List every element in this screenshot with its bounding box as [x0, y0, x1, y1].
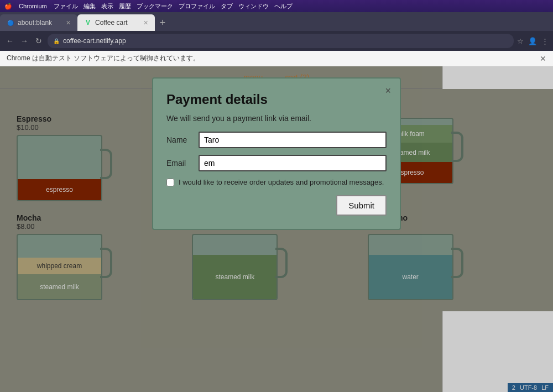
lock-icon: 🔒: [53, 38, 60, 44]
app-name: Chromium: [19, 3, 47, 9]
name-row: Name: [166, 132, 387, 148]
email-label: Email: [166, 159, 194, 168]
bookmark-icon[interactable]: ☆: [517, 37, 524, 45]
blank-favicon: 🔵: [7, 19, 14, 27]
name-input[interactable]: [199, 132, 387, 148]
submit-button[interactable]: Submit: [336, 195, 387, 216]
name-label: Name: [166, 135, 194, 144]
new-tab-button[interactable]: +: [155, 14, 170, 31]
email-row: Email: [166, 155, 387, 171]
notification-close[interactable]: ✕: [540, 54, 546, 63]
notification-text: Chrome は自動テスト ソフトウェアによって制御されています。: [7, 54, 200, 63]
modal-subtitle: We will send you a payment link via emai…: [166, 114, 387, 123]
menu-icon[interactable]: ⋮: [541, 37, 549, 45]
tab-coffee-cart[interactable]: V Coffee cart ✕: [77, 14, 155, 31]
app-content: menu cart (3) It's your lucky day! Get a…: [0, 66, 553, 392]
url-field[interactable]: 🔒 coffee-cart.netlify.app: [48, 34, 514, 48]
payment-modal: Payment details × We will send you a pay…: [152, 77, 401, 230]
coffee-favicon: V: [84, 19, 92, 27]
address-bar-icons: ☆ 👤 ⋮: [517, 37, 549, 45]
notification-bar: Chrome は自動テスト ソフトウェアによって制御されています。 ✕: [0, 51, 553, 66]
browser-chrome: 🔵 about:blank ✕ V Coffee cart ✕ + ← → ↻ …: [0, 12, 553, 51]
tab-about-blank[interactable]: 🔵 about:blank ✕: [0, 14, 77, 31]
checkbox-label: I would like to receive order updates an…: [179, 178, 384, 186]
checkbox-row: I would like to receive order updates an…: [166, 178, 387, 186]
profile-icon[interactable]: 👤: [528, 37, 537, 45]
url-text: coffee-cart.netlify.app: [63, 37, 126, 45]
email-input[interactable]: [199, 155, 387, 171]
tab-coffee-label: Coffee cart: [95, 19, 127, 27]
forward-button[interactable]: →: [19, 36, 30, 45]
os-bar: 🍎 Chromium ファイル 編集 表示 履歴 ブックマーク プロファイル タ…: [0, 0, 553, 12]
promo-checkbox[interactable]: [166, 179, 174, 186]
modal-close-button[interactable]: ×: [385, 85, 391, 97]
modal-title: Payment details: [166, 92, 387, 107]
tab-about-blank-label: about:blank: [18, 19, 52, 27]
tab-bar: 🔵 about:blank ✕ V Coffee cart ✕ +: [0, 12, 553, 31]
os-menu: ファイル 編集 表示 履歴 ブックマーク プロファイル タブ ウィンドウ ヘルプ: [54, 2, 293, 11]
address-bar: ← → ↻ 🔒 coffee-cart.netlify.app ☆ 👤 ⋮: [0, 31, 553, 51]
tab-about-blank-close[interactable]: ✕: [66, 19, 71, 27]
tab-coffee-close[interactable]: ✕: [143, 19, 148, 27]
back-button[interactable]: ←: [4, 36, 15, 45]
reload-button[interactable]: ↻: [33, 36, 44, 45]
apple-icon: 🍎: [4, 3, 12, 10]
modal-overlay: Payment details × We will send you a pay…: [0, 66, 553, 392]
